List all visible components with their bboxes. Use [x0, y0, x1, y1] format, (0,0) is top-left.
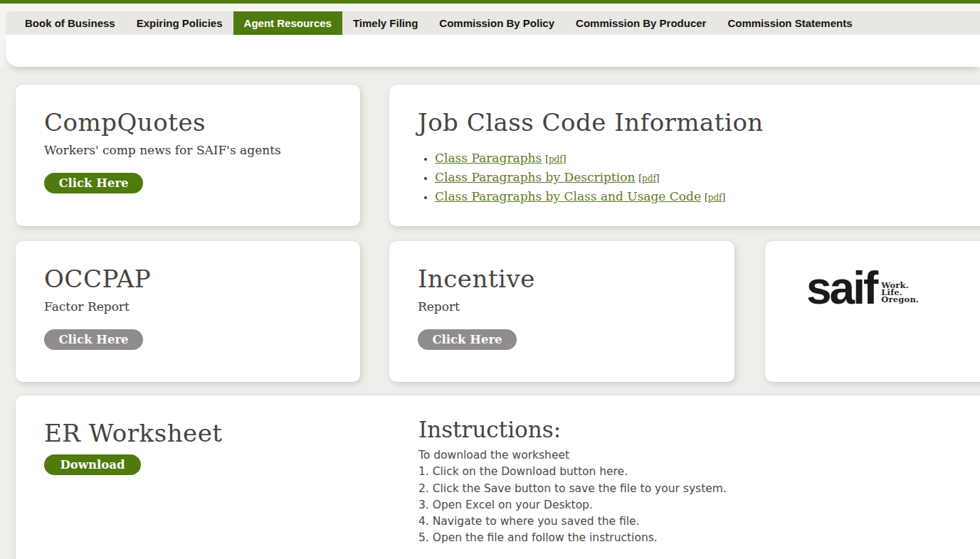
list-item: Class Paragraphs by Class and Usage Code… [435, 189, 962, 203]
download-button[interactable]: Download [44, 454, 141, 475]
tab-bar: Book of Business Expiring Policies Agent… [6, 11, 980, 35]
incentive-click-here-button[interactable]: Click Here [418, 329, 517, 350]
job-class-code-card: Job Class Code Information Class Paragra… [389, 85, 980, 226]
job-class-code-title: Job Class Code Information [418, 109, 962, 137]
saif-tagline: Work. Life. Oregon. [881, 282, 919, 307]
link-label: Class Paragraphs by Class and Usage Code [435, 189, 701, 203]
page: Book of Business Expiring Policies Agent… [0, 0, 980, 559]
pdf-link-list: Class Paragraphs[pdf] Class Paragraphs b… [435, 151, 962, 203]
compquotes-card: CompQuotes Workers' comp news for SAIF's… [16, 85, 360, 226]
tab-book-of-business[interactable]: Book of Business [14, 11, 126, 35]
instruction-step: 3. Open Excel on your Desktop. [418, 497, 727, 513]
class-paragraphs-by-class-usage-link[interactable]: Class Paragraphs by Class and Usage Code… [435, 189, 725, 203]
instructions-title: Instructions: [418, 417, 727, 442]
saif-wordmark: saif [806, 270, 876, 307]
incentive-subtitle: Report [418, 299, 706, 314]
instruction-step: 5. Open the file and follow the instruct… [418, 530, 727, 546]
class-paragraphs-link[interactable]: Class Paragraphs[pdf] [435, 151, 566, 165]
tab-commission-by-policy[interactable]: Commission By Policy [428, 11, 565, 35]
saif-tagline-line: Oregon. [881, 296, 919, 303]
instruction-step: 1. Click on the Download button here. [418, 464, 727, 480]
pdf-tag: [pdf] [638, 174, 659, 183]
instruction-step: 4. Navigate to where you saved the file. [418, 513, 727, 530]
list-item: Class Paragraphs by Description[pdf] [435, 170, 962, 184]
incentive-title: Incentive [418, 265, 706, 293]
header-panel [6, 35, 980, 67]
compquotes-click-here-button[interactable]: Click Here [44, 173, 143, 193]
tab-commission-statements[interactable]: Commission Statements [717, 11, 863, 35]
er-worksheet-card: ER Worksheet Download Instructions: To d… [16, 395, 980, 559]
pdf-tag: [pdf] [545, 154, 566, 164]
compquotes-title: CompQuotes [44, 109, 332, 137]
occpap-card: OCCPAP Factor Report Click Here [16, 241, 360, 382]
er-worksheet-title: ER Worksheet [44, 420, 222, 447]
tab-expiring-policies[interactable]: Expiring Policies [126, 11, 233, 35]
occpap-subtitle: Factor Report [44, 299, 332, 314]
pdf-tag: [pdf] [705, 193, 725, 203]
tab-timely-filing[interactable]: Timely Filing [342, 11, 428, 35]
instructions-intro: To download the worksheet [418, 447, 727, 464]
compquotes-subtitle: Workers' comp news for SAIF's agents [44, 143, 332, 157]
instruction-step: 2. Click the Save button to save the fil… [418, 481, 727, 497]
occpap-click-here-button[interactable]: Click Here [44, 329, 143, 350]
tab-commission-by-producer[interactable]: Commission By Producer [565, 11, 717, 35]
instructions-section: Instructions: To download the worksheet … [418, 417, 727, 547]
saif-logo-card: saif Work. Life. Oregon. [765, 241, 980, 382]
incentive-card: Incentive Report Click Here [389, 241, 734, 382]
link-label: Class Paragraphs by Description [435, 170, 635, 184]
list-item: Class Paragraphs[pdf] [435, 151, 962, 165]
class-paragraphs-by-description-link[interactable]: Class Paragraphs by Description[pdf] [435, 170, 660, 184]
occpap-title: OCCPAP [44, 265, 332, 293]
saif-logo: saif Work. Life. Oregon. [765, 241, 980, 307]
link-label: Class Paragraphs [435, 151, 542, 165]
tab-agent-resources[interactable]: Agent Resources [233, 11, 342, 35]
